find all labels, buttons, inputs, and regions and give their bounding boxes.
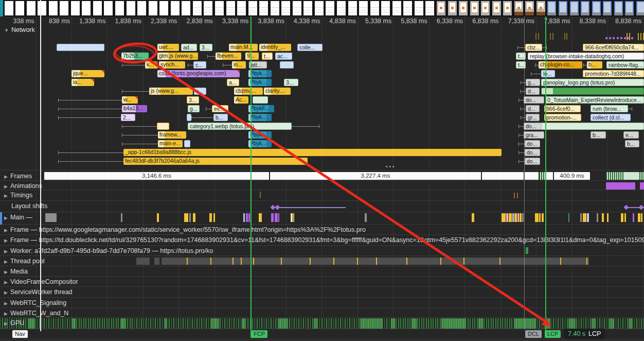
network-request-bar[interactable]: ia...: [71, 79, 94, 86]
network-request-bar[interactable]: b4a13...: [122, 105, 147, 112]
main-thread-activity[interactable]: [184, 213, 188, 222]
network-request-bar[interactable]: identify_...: [259, 44, 291, 51]
network-request-bar[interactable]: 0_TotusMain_ExpertReviewIntroduce...: [545, 96, 644, 104]
main-thread-activity[interactable]: [209, 213, 212, 222]
filmstrip-frame[interactable]: [370, 1, 379, 15]
network-request-bar[interactable]: main.M...: [229, 44, 258, 51]
main-thread-activity[interactable]: [624, 213, 626, 222]
main-thread-activity[interactable]: [522, 213, 524, 222]
filmstrip-frame[interactable]: [15, 1, 24, 15]
frame-duration-segment[interactable]: 3,146.6 ms: [44, 172, 269, 180]
filmstrip-frame[interactable]: [381, 1, 390, 15]
timing-tick[interactable]: [514, 193, 515, 198]
filmstrip-frame[interactable]: [536, 1, 545, 15]
filmstrip-frame[interactable]: [149, 1, 157, 15]
network-request-bar[interactable]: att...: [249, 61, 267, 69]
network-request-bar[interactable]: Ac...: [234, 96, 248, 104]
network-request-bar[interactable]: gr...: [526, 114, 540, 121]
track-webrtc-w-and-n[interactable]: ▶WebRTC_W_and_N: [4, 310, 68, 317]
network-request-bar[interactable]: uwt....: [157, 44, 179, 51]
network-request-bar[interactable]: 2...: [121, 114, 135, 121]
filmstrip-frame[interactable]: [82, 1, 91, 15]
main-thread-activity[interactable]: [271, 213, 274, 222]
network-request-bar[interactable]: do...: [525, 149, 540, 156]
network-request-bar[interactable]: Pbyk...: [248, 140, 272, 147]
filmstrip-frame[interactable]: [470, 1, 479, 15]
network-request-bar[interactable]: in...: [232, 61, 246, 69]
main-thread-activity[interactable]: [506, 213, 508, 222]
main-thread-activity[interactable]: [157, 213, 159, 222]
network-request-bar[interactable]: colle...: [297, 44, 323, 51]
main-thread-activity[interactable]: [365, 213, 367, 222]
network-request-bar[interactable]: js (www.g...: [149, 88, 193, 95]
network-request-bar[interactable]: rum (brow...: [591, 105, 628, 112]
main-thread-activity[interactable]: [580, 213, 582, 222]
network-request-bar[interactable]: c...: [194, 88, 206, 95]
animation-bar[interactable]: [640, 182, 644, 190]
filmstrip-frame[interactable]: [159, 1, 168, 15]
filmstrip-frame[interactable]: [437, 1, 445, 15]
filmstrip-frame[interactable]: [93, 1, 102, 15]
network-request-bar[interactable]: e...: [623, 131, 639, 139]
network-request-bar[interactable]: rainbow-flag...: [606, 61, 644, 69]
filmstrip-frame[interactable]: [248, 1, 257, 15]
network-request-bar[interactable]: c...: [193, 61, 206, 69]
filmstrip-frame[interactable]: [115, 1, 124, 15]
filmstrip-frame[interactable]: [503, 1, 512, 15]
network-request-bar[interactable]: lo...: [541, 70, 555, 77]
filmstrip-frame[interactable]: [193, 1, 202, 15]
network-request-bar[interactable]: gra...: [524, 131, 544, 139]
main-thread-activity[interactable]: [607, 213, 609, 222]
filmstrip-frame[interactable]: [315, 1, 324, 15]
main-thread-activity[interactable]: [514, 213, 517, 222]
network-request-bar[interactable]: fbeven...: [216, 53, 241, 60]
filmstrip-frame[interactable]: [415, 1, 423, 15]
network-request-bar[interactable]: [184, 140, 190, 147]
main-thread-activity[interactable]: [293, 213, 294, 222]
main-thread-activity[interactable]: [502, 213, 506, 222]
filmstrip-frame[interactable]: [570, 1, 579, 15]
dcl-marker-badge[interactable]: DCL: [525, 330, 542, 338]
network-request-bar[interactable]: [253, 96, 268, 104]
network-request-bar[interactable]: 7b253...: [121, 53, 149, 60]
filmstrip-frame[interactable]: [293, 1, 301, 15]
main-thread-activity[interactable]: [278, 213, 279, 222]
network-request-bar[interactable]: b...: [213, 114, 228, 121]
network-request-bar[interactable]: 966-6cef0f650c8a74...: [583, 44, 644, 51]
filmstrip-frame[interactable]: [71, 1, 80, 15]
track-frames[interactable]: ▶Frames: [4, 173, 32, 180]
main-thread-activity[interactable]: [641, 213, 642, 222]
main-thread-activity[interactable]: [45, 213, 57, 222]
filmstrip-frame[interactable]: [337, 1, 346, 15]
track-timings[interactable]: ▶Timings: [4, 192, 32, 199]
network-request-bar[interactable]: promotion-7d389f448...: [583, 70, 644, 77]
network-request-bar[interactable]: jque...: [71, 70, 104, 77]
network-request-bar[interactable]: w...: [122, 96, 138, 104]
filmstrip-frame[interactable]: [425, 1, 434, 15]
network-request-bar[interactable]: 3...: [200, 44, 212, 51]
filmstrip-frame[interactable]: [271, 1, 279, 15]
network-request-bar[interactable]: 9...: [245, 53, 259, 60]
filmstrip-frame[interactable]: [614, 1, 623, 15]
filmstrip-frame[interactable]: [392, 1, 401, 15]
filmstrip-frame[interactable]: [547, 1, 556, 15]
worker-activity[interactable]: [526, 247, 528, 254]
fcp-marker-badge[interactable]: FCP: [251, 330, 267, 338]
filmstrip-frame[interactable]: [204, 1, 212, 15]
main-thread-activity[interactable]: [509, 213, 512, 222]
network-request-bar[interactable]: do...: [525, 140, 540, 147]
frame-duration-segment[interactable]: [623, 172, 639, 180]
frame-duration-segment[interactable]: [546, 172, 553, 180]
network-request-bar[interactable]: css2 (fonts.googleapis.com): [157, 70, 240, 77]
network-request-bar[interactable]: main-e...: [158, 140, 183, 147]
network-request-bar[interactable]: fec483df-db3f7b2046a0a64a.js: [123, 158, 308, 165]
filmstrip-frame[interactable]: [525, 1, 534, 15]
filmstrip-frame[interactable]: [137, 1, 146, 15]
filmstrip-frame[interactable]: [592, 1, 601, 15]
network-request-bar[interactable]: d...: [526, 105, 540, 112]
main-thread-activity[interactable]: [520, 213, 522, 222]
filmstrip-frame[interactable]: [104, 1, 113, 15]
network-request-bar[interactable]: 3...: [284, 79, 298, 86]
filmstrip-frame[interactable]: [60, 1, 68, 15]
network-request-bar[interactable]: do...: [524, 96, 544, 104]
